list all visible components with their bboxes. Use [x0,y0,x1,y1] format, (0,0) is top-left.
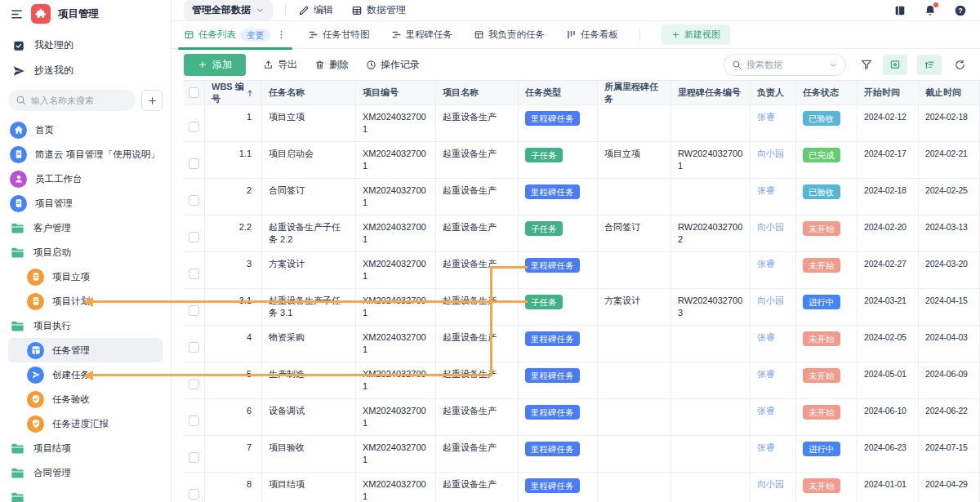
tab-more-icon[interactable] [276,29,287,40]
data-management-button[interactable]: 数据管理 [351,3,406,17]
sidebar-item-项目执行[interactable]: 项目执行 [8,313,163,338]
sidebar-quick-item[interactable]: 我处理的 [0,33,171,58]
sidebar-item-任务进度汇报[interactable]: 任务进度汇报 [8,411,163,436]
arrow-line [91,300,528,303]
owner-link[interactable]: 向小园 [757,148,784,160]
row-checkbox-cell [184,142,205,179]
sidebar-search-input[interactable] [8,90,136,111]
owner-link[interactable]: 向小园 [757,478,784,491]
topbar-right-icons: ? [893,4,967,17]
column-header-任务状态[interactable]: 任务状态 [796,81,858,105]
table-row[interactable]: 7项目验收XM20240327001起重设备生产里程碑任务张睿进行中2024-0… [184,436,980,473]
table-row[interactable]: 2合同签订XM20240327001起重设备生产里程碑任务张睿已验收2024-0… [184,179,980,215]
type-badge: 里程碑任务 [525,478,580,493]
row-checkbox[interactable] [189,232,199,242]
table-row[interactable]: 1项目立项XM20240327001起重设备生产里程碑任务张睿已验收2024-0… [184,105,980,142]
table-row[interactable]: 4物资采购XM20240327001起重设备生产里程碑任务张睿未开始2024-0… [184,326,980,362]
owner-link[interactable]: 张睿 [757,184,775,197]
tab-里程碑任务[interactable]: 里程碑任务 [391,21,453,49]
sidebar-item-项目启动[interactable]: 项目启动 [8,240,163,264]
owner-link[interactable]: 张睿 [757,405,775,417]
edit-button[interactable]: 编辑 [298,3,333,17]
delete-button[interactable]: 删除 [314,58,349,72]
row-checkbox[interactable] [189,195,199,206]
column-header-里程碑任务编号[interactable]: 里程碑任务编号 [671,81,751,105]
owner-link[interactable]: 张睿 [757,368,775,380]
column-header-截止时间[interactable]: 截止时间 [919,81,980,105]
sidebar-item-项目结项[interactable]: 项目结项 [8,436,163,460]
add-button[interactable]: 添加 [184,54,246,76]
operation-log-button[interactable]: 操作记录 [366,58,420,72]
sidebar-item-首页[interactable]: 首页 [8,118,163,142]
cell-task-type: 里程碑任务 [519,105,598,142]
table-row[interactable]: 5生产制造XM20240327001起重设备生产里程碑任务张睿未开始2024-0… [184,362,980,399]
row-checkbox[interactable] [189,452,199,463]
sidebar-item-partial[interactable] [8,485,163,502]
owner-link[interactable]: 张睿 [757,442,775,454]
refresh-icon[interactable] [954,59,966,71]
sidebar-quick-item[interactable]: 抄送我的 [0,58,171,83]
sidebar-item-员工工作台[interactable]: 员工工作台 [8,167,163,191]
column-header-任务类型[interactable]: 任务类型 [519,81,598,105]
sidebar-item-任务管理[interactable]: 任务管理 [8,338,163,362]
sidebar-item-客户管理[interactable]: 客户管理 [8,215,163,240]
row-checkbox[interactable] [189,415,199,426]
table-row[interactable]: 2.2起重设备生产子任务 2.2XM20240327001起重设备生产子任务合同… [184,215,980,252]
cell-owner: 张睿 [751,105,796,142]
owner-link[interactable]: 向小园 [757,221,784,233]
table-row[interactable]: 8项目结项XM20240327001起重设备生产里程碑任务向小园未开始2024-… [184,473,980,502]
table-row[interactable]: 3.1起重设备生产子任务 3.1XM20240327001起重设备生产子任务方案… [184,289,980,326]
column-header-任务名称[interactable]: 任务名称 [262,81,356,105]
row-checkbox[interactable] [189,158,199,169]
sidebar-item-项目立项[interactable]: 项目立项 [8,264,163,289]
tab-我负责的任务[interactable]: 我负责的任务 [474,21,545,49]
cell-date: 2024-03-13 [919,215,980,252]
shield-icon [27,391,44,408]
export-button[interactable]: 导出 [263,58,297,72]
row-checkbox[interactable] [189,489,199,500]
column-header-项目编号[interactable]: 项目编号 [356,81,436,105]
table-row[interactable]: 3方案设计XM20240327001起重设备生产里程碑任务张睿未开始2024-0… [184,252,980,289]
tab-任务列表[interactable]: 任务列表 变更 [184,21,287,49]
tab-任务看板[interactable]: 任务看板 [566,21,618,49]
row-checkbox-cell [184,289,205,326]
filter-icon[interactable] [860,58,873,71]
sidebar-item-项目管理[interactable]: 项目管理 [8,191,163,215]
column-header-所属里程碑任务[interactable]: 所属里程碑任务 [598,81,671,105]
row-checkbox[interactable] [189,305,199,316]
panel-icon[interactable] [893,4,906,17]
sidebar-item-合同管理[interactable]: 合同管理 [8,460,163,485]
status-badge: 未开始 [803,221,840,236]
cell-date: 2024-01-01 [858,473,919,502]
column-header-项目名称[interactable]: 项目名称 [436,81,519,105]
cell-date: 2024-02-18 [858,179,919,215]
add-app-button[interactable] [141,90,163,111]
sidebar-item-简道云 项目管理「使用说明」[interactable]: 简道云 项目管理「使用说明」 [8,142,163,167]
owner-link[interactable]: 向小园 [757,295,784,307]
hierarchy-icon [924,59,935,70]
row-checkbox[interactable] [189,342,199,353]
row-checkbox[interactable] [189,122,199,132]
chevron-down-icon[interactable] [829,60,838,69]
display-settings-button[interactable] [883,55,907,75]
select-all-checkbox[interactable] [189,87,199,98]
table-row[interactable]: 1.1项目启动会XM20240327001起重设备生产子任务项目立项RW2024… [184,142,980,179]
new-view-button[interactable]: 新建视图 [662,24,730,45]
collapse-sidebar-icon[interactable] [10,7,24,21]
owner-link[interactable]: 张睿 [757,331,775,344]
table-row[interactable]: 6设备调试XM20240327001起重设备生产里程碑任务张睿未开始2024-0… [184,399,980,436]
row-checkbox[interactable] [189,379,199,389]
column-header-开始时间[interactable]: 开始时间 [858,81,919,105]
sidebar-item-任务验收[interactable]: 任务验收 [8,387,163,411]
column-header-负责人[interactable]: 负责人 [751,81,796,105]
row-checkbox[interactable] [189,269,199,279]
hierarchy-button[interactable] [917,55,942,75]
help-icon[interactable]: ? [954,4,967,17]
tab-任务甘特图[interactable]: 任务甘特图 [308,21,370,49]
bell-icon[interactable] [924,4,937,17]
table-search-input[interactable] [746,60,824,69]
column-header-WBS 编号[interactable]: WBS 编号 [205,81,262,105]
owner-link[interactable]: 张睿 [757,258,775,270]
manage-all-data-dropdown[interactable]: 管理全部数据 [184,0,273,20]
owner-link[interactable]: 张睿 [757,111,775,123]
